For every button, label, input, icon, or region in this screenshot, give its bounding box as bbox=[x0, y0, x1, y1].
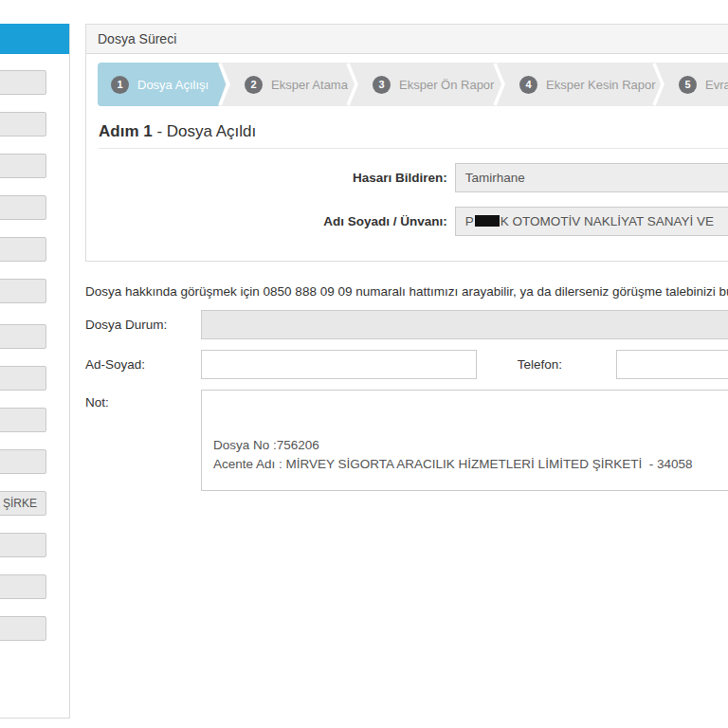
hasari-bildiren-select: Tamirhane bbox=[455, 163, 728, 192]
redaction-box bbox=[475, 215, 500, 227]
sidebar-item[interactable] bbox=[0, 616, 46, 641]
step-chevron-icon bbox=[493, 63, 506, 106]
sidebar-item[interactable] bbox=[0, 366, 46, 391]
step-number-badge: 2 bbox=[245, 76, 263, 94]
sidebar-item[interactable] bbox=[0, 449, 46, 474]
sidebar-item[interactable] bbox=[0, 112, 46, 136]
step-number-badge: 3 bbox=[373, 76, 391, 94]
not-row: Not: Dosya No :756206 Acente Adı : MİRVE… bbox=[85, 390, 728, 491]
step-heading: Adım 1 - Dosya Açıldı bbox=[99, 122, 728, 149]
sidebar-item[interactable] bbox=[0, 195, 46, 220]
step-evrak[interactable]: 5 Evrak bbox=[665, 63, 728, 106]
contact-info-text: Dosya hakkında görüşmek için 0850 888 09… bbox=[85, 284, 728, 299]
step-eksper-kesin-rapor[interactable]: 4 Eksper Kesin Rapor bbox=[506, 63, 652, 106]
adi-soyadi-value-suffix: K OTOMOTİV NAKLİYAT SANAYİ VE bbox=[500, 214, 714, 228]
step-label: Eksper Kesin Rapor bbox=[546, 78, 656, 92]
not-textarea[interactable]: Dosya No :756206 Acente Adı : MİRVEY SİG… bbox=[201, 390, 728, 491]
step-label: Eksper Ön Rapor bbox=[399, 78, 494, 92]
sidebar-item-active[interactable] bbox=[0, 24, 69, 54]
sidebar-item[interactable] bbox=[0, 70, 46, 95]
step-dosya-acilisi[interactable]: 1 Dosya Açılışı bbox=[98, 63, 218, 106]
telefon-input[interactable] bbox=[616, 350, 728, 379]
sidebar-item[interactable] bbox=[0, 279, 46, 303]
process-stepper: 1 Dosya Açılışı 2 Eksper Atama 3 Ek bbox=[98, 63, 728, 106]
hasari-bildiren-label: Hasarı Bildiren: bbox=[98, 171, 455, 185]
hasari-bildiren-row: Hasarı Bildiren: Tamirhane bbox=[98, 163, 728, 192]
file-process-panel: Dosya Süreci 1 Dosya Açılışı 2 Eksper At… bbox=[85, 24, 728, 262]
adi-soyadi-field: PK OTOMOTİV NAKLİYAT SANAYİ VE bbox=[455, 207, 728, 236]
sidebar-button-list: ŞİRKE bbox=[0, 54, 69, 641]
sidebar-item[interactable] bbox=[0, 533, 46, 557]
sidebar-item[interactable] bbox=[0, 324, 46, 349]
ad-soyad-row: Ad-Soyad: Telefon: bbox=[85, 350, 728, 379]
step-heading-title: Dosya Açıldı bbox=[167, 122, 257, 140]
adi-soyadi-row: Adı Soyadı / Ünvanı: PK OTOMOTİV NAKLİYA… bbox=[98, 207, 728, 236]
ad-soyad-input[interactable] bbox=[201, 350, 477, 379]
step-heading-number: Adım 1 bbox=[99, 122, 153, 140]
step-number-badge: 5 bbox=[679, 76, 697, 94]
step-eksper-atama[interactable]: 2 Eksper Atama bbox=[231, 63, 346, 106]
step-label: Eksper Atama bbox=[271, 78, 348, 92]
panel-title: Dosya Süreci bbox=[86, 25, 728, 54]
dosya-durum-row: Dosya Durum: bbox=[85, 310, 728, 339]
not-label: Not: bbox=[85, 390, 201, 410]
step-chevron-icon bbox=[346, 63, 359, 106]
step-heading-separator: - bbox=[153, 122, 167, 140]
dosya-durum-label: Dosya Durum: bbox=[85, 318, 201, 332]
step-chevron-icon bbox=[218, 63, 231, 106]
sidebar: ŞİRKE bbox=[0, 24, 70, 719]
ad-soyad-label: Ad-Soyad: bbox=[85, 357, 201, 372]
adi-soyadi-label: Adı Soyadı / Ünvanı: bbox=[98, 214, 455, 228]
sidebar-item[interactable] bbox=[0, 574, 46, 599]
step-label: Evrak bbox=[705, 78, 728, 92]
dosya-durum-input bbox=[201, 310, 728, 339]
step-number-badge: 4 bbox=[519, 76, 537, 94]
step-number-badge: 1 bbox=[111, 76, 129, 94]
sidebar-item[interactable] bbox=[0, 154, 46, 178]
contact-section: Dosya hakkında görüşmek için 0850 888 09… bbox=[85, 284, 728, 501]
step-eksper-on-rapor[interactable]: 3 Eksper Ön Rapor bbox=[359, 63, 493, 106]
sidebar-item[interactable] bbox=[0, 408, 46, 432]
step-label: Dosya Açılışı bbox=[137, 78, 209, 92]
step-chevron-icon bbox=[652, 63, 665, 106]
sidebar-item-sirket[interactable]: ŞİRKE bbox=[0, 491, 46, 516]
panel-body: 1 Dosya Açılışı 2 Eksper Atama 3 Ek bbox=[86, 54, 728, 261]
adi-soyadi-value-prefix: P bbox=[465, 214, 474, 228]
sidebar-item[interactable] bbox=[0, 237, 46, 262]
telefon-label: Telefon: bbox=[518, 357, 562, 372]
